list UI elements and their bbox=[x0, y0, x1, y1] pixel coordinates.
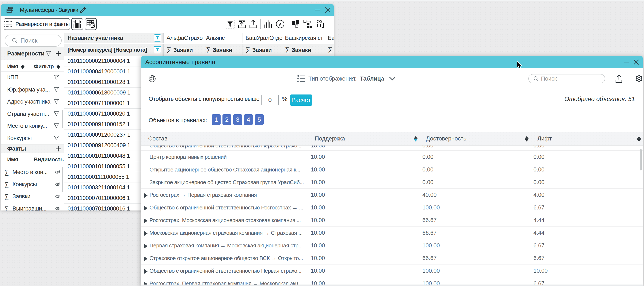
col-name-label[interactable]: Имя bbox=[7, 153, 18, 166]
fact-row[interactable]: ∑ Место в кон... bbox=[1, 166, 64, 178]
sidebar-search-input[interactable] bbox=[20, 37, 54, 44]
dialog-minimize-button[interactable] bbox=[623, 56, 630, 68]
sidebar-search[interactable] bbox=[5, 34, 62, 47]
dimension-row[interactable]: Страна участн... bbox=[1, 108, 64, 120]
pivot-measure-header[interactable]: ∑Заявки bbox=[282, 44, 325, 55]
main-titlebar[interactable]: Мультисфера - Закупки bbox=[1, 4, 334, 16]
eye-off-icon[interactable] bbox=[55, 170, 60, 174]
row-filter-icon[interactable] bbox=[54, 87, 59, 92]
row-filter-icon[interactable] bbox=[54, 111, 59, 117]
view-data-icon[interactable] bbox=[316, 20, 325, 28]
import-table-icon[interactable] bbox=[238, 20, 246, 28]
popularity-input[interactable] bbox=[261, 95, 278, 105]
object-count-button[interactable]: 4 bbox=[244, 114, 253, 125]
object-count-button[interactable]: 5 bbox=[255, 114, 264, 125]
minimize-button[interactable] bbox=[314, 4, 321, 16]
header-composition[interactable]: Состав bbox=[148, 132, 168, 145]
sort-icon-lift[interactable] bbox=[637, 136, 641, 142]
expand-arrow-icon[interactable] bbox=[144, 219, 148, 223]
dialog-search-input[interactable] bbox=[541, 75, 588, 82]
fact-row[interactable]: ∑ Конкурсы bbox=[1, 178, 64, 191]
dimension-row[interactable]: Адрес участника bbox=[1, 96, 64, 108]
pivot-filter-button[interactable] bbox=[154, 46, 161, 53]
rule-row[interactable]: Закрытое акционерное общество Страховая … bbox=[141, 176, 643, 189]
dialog-titlebar[interactable]: Ассоциативные правила bbox=[141, 56, 643, 68]
expand-arrow-icon[interactable] bbox=[144, 231, 148, 236]
dialog-search[interactable] bbox=[528, 74, 605, 83]
pivot-measure-header[interactable]: ∑Заявки bbox=[243, 44, 282, 55]
object-count-button[interactable]: 2 bbox=[222, 114, 231, 125]
dimensions-scrollbar[interactable] bbox=[62, 110, 63, 128]
col-name-label[interactable]: Имя bbox=[7, 60, 24, 72]
dimension-row[interactable]: Юр.форма уча... bbox=[1, 84, 64, 96]
eye-off-icon[interactable] bbox=[55, 206, 60, 211]
expand-arrow-icon[interactable] bbox=[144, 193, 148, 198]
col-visibility-label[interactable]: Видимость bbox=[34, 153, 64, 166]
filter-selection-icon[interactable] bbox=[226, 20, 234, 28]
expand-arrow-icon[interactable] bbox=[144, 269, 148, 274]
rule-row[interactable]: Первая страховая компания → Московская а… bbox=[141, 239, 643, 252]
rule-row[interactable]: Страховое открытое акционерное общество … bbox=[141, 252, 643, 265]
col-filter-label[interactable]: Фильтр bbox=[34, 60, 60, 72]
object-count-button[interactable]: 3 bbox=[233, 114, 242, 125]
dimension-row[interactable]: Конкурсы bbox=[1, 132, 64, 144]
sphere-icon[interactable] bbox=[148, 75, 156, 82]
rule-row[interactable]: Росгосстрах, Московская акционерная стра… bbox=[141, 214, 643, 227]
rule-row[interactable]: Общество с ограниченной ответственностью… bbox=[141, 201, 643, 214]
edit-title-icon[interactable] bbox=[80, 7, 86, 13]
row-filter-icon[interactable] bbox=[54, 75, 59, 80]
header-lift[interactable]: Лифт bbox=[538, 132, 552, 145]
dimensions-facts-button[interactable]: Размерности и факты bbox=[4, 18, 70, 30]
close-button[interactable] bbox=[324, 4, 332, 16]
row-filter-icon[interactable] bbox=[54, 135, 59, 141]
expand-arrow-icon[interactable] bbox=[144, 257, 148, 261]
pivot-column-header[interactable]: Башкирская ст bbox=[282, 33, 325, 43]
hierarchy-icon[interactable] bbox=[303, 20, 312, 28]
rule-row[interactable]: Общество с ограниченной ответственностью… bbox=[141, 265, 643, 277]
pivot-measure-header[interactable]: ∑Заявки bbox=[325, 44, 334, 55]
dimensions-filter-icon[interactable] bbox=[46, 51, 51, 56]
eye-off-icon[interactable] bbox=[55, 182, 60, 187]
fact-row[interactable]: ∑ Выигравши... bbox=[1, 203, 64, 211]
add-dimension-icon[interactable] bbox=[55, 51, 61, 56]
pivot-column-header[interactable]: Бац bbox=[325, 33, 334, 43]
pivot-filter-button[interactable] bbox=[154, 34, 161, 41]
copy-documents-icon[interactable] bbox=[291, 20, 300, 28]
export-icon[interactable] bbox=[249, 20, 257, 28]
dialog-table-scrollbar[interactable] bbox=[640, 149, 642, 170]
rule-row[interactable]: Центр корпоративных решений 10.00 0.00 0… bbox=[141, 151, 643, 163]
dimension-row[interactable]: КПП bbox=[1, 71, 64, 84]
sort-icon-confidence[interactable] bbox=[525, 136, 528, 142]
display-type-selector[interactable]: Тип отображения: Таблица bbox=[298, 68, 396, 89]
compass-icon[interactable] bbox=[276, 20, 284, 28]
column-width-button[interactable] bbox=[71, 18, 83, 30]
pivot-row-dim-header[interactable]: [Номер конкурса] [Номер лота] bbox=[64, 44, 162, 55]
pivot-measure-header[interactable]: ∑Заявки bbox=[203, 44, 243, 55]
sort-icon-support[interactable] bbox=[414, 136, 418, 142]
pivot-column-header[interactable]: БашУралОтдел bbox=[243, 33, 282, 43]
rule-row[interactable]: Открытое акционерное общество Страховая … bbox=[141, 163, 643, 176]
rule-row[interactable]: Московская акционерная страховая компани… bbox=[141, 227, 643, 239]
expand-arrow-icon[interactable] bbox=[144, 206, 148, 211]
gear-icon[interactable] bbox=[635, 74, 643, 83]
object-count-button[interactable]: 1 bbox=[212, 114, 220, 125]
eye-icon[interactable] bbox=[55, 194, 60, 199]
rule-row[interactable]: Росгосстрах → Первая страховая компания … bbox=[141, 189, 643, 201]
export-icon[interactable] bbox=[616, 74, 622, 83]
chart-icon[interactable] bbox=[264, 20, 272, 28]
header-support[interactable]: Поддержка bbox=[315, 132, 345, 145]
facts-scrollbar[interactable] bbox=[62, 167, 63, 192]
expand-arrow-icon[interactable] bbox=[144, 244, 148, 249]
pivot-column-dim-header[interactable]: Название участника bbox=[64, 33, 162, 43]
dimension-row[interactable]: Место в конку... bbox=[1, 120, 64, 132]
calculate-button[interactable]: Расчет bbox=[290, 94, 312, 106]
dialog-close-button[interactable] bbox=[632, 56, 640, 68]
pivot-measure-header[interactable]: ∑Заявки bbox=[164, 44, 203, 55]
rule-row[interactable]: Общество с ограниченной ответственностью… bbox=[141, 146, 643, 151]
table-view-button[interactable] bbox=[85, 18, 97, 30]
pivot-column-header[interactable]: Альянс bbox=[203, 33, 243, 43]
add-fact-icon[interactable] bbox=[55, 146, 61, 152]
row-filter-icon[interactable] bbox=[54, 123, 59, 129]
fact-row[interactable]: ∑ Заявки bbox=[1, 190, 64, 203]
pivot-column-header[interactable]: АльфаСтрахова bbox=[164, 33, 203, 43]
